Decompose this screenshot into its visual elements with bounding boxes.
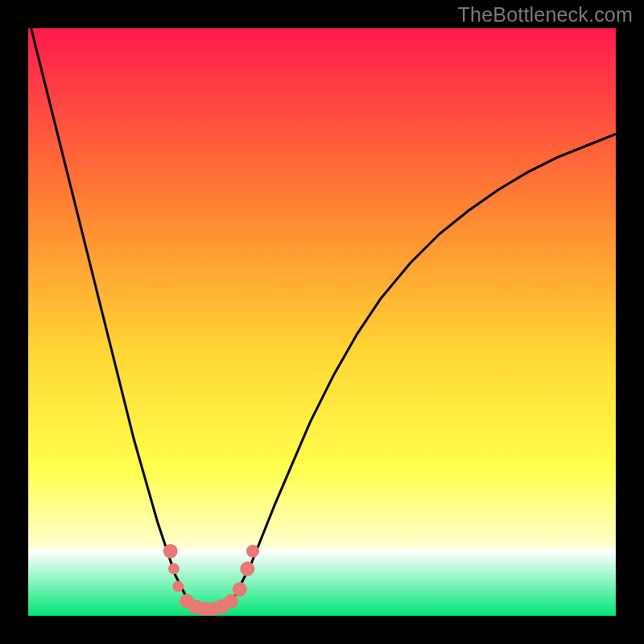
data-marker (240, 562, 254, 576)
chart-svg (28, 28, 616, 616)
data-marker (246, 545, 259, 558)
data-marker (224, 594, 238, 609)
data-marker (163, 544, 178, 559)
chart-frame: TheBottleneck.com (0, 0, 644, 644)
plot-area (28, 28, 616, 616)
watermark-text: TheBottleneck.com (458, 3, 633, 27)
data-marker (233, 582, 247, 597)
gradient-background (28, 28, 616, 616)
data-marker (172, 581, 184, 592)
data-marker (168, 564, 180, 575)
